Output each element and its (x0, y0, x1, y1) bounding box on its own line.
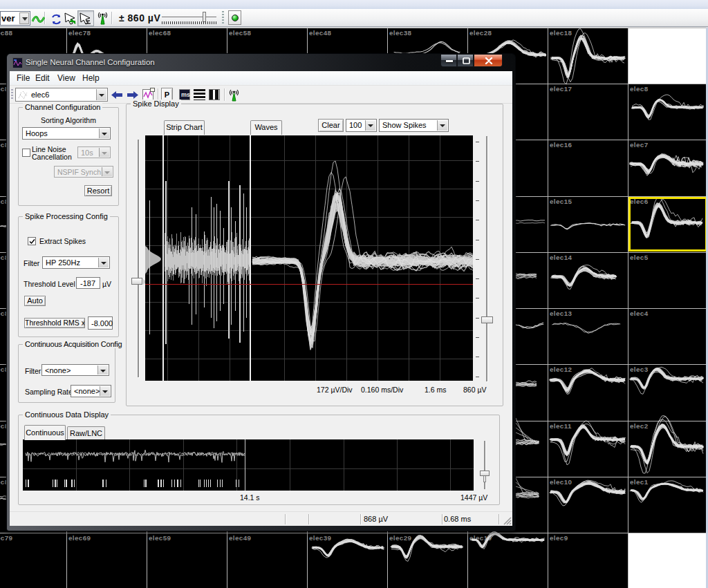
svg-text:elec9: elec9 (550, 534, 568, 542)
svg-text:elec1: elec1 (630, 478, 649, 486)
svg-text:elec49: elec49 (229, 534, 252, 542)
svg-text:elec58: elec58 (229, 29, 252, 37)
svg-text:elec78: elec78 (68, 29, 91, 37)
svg-text:elec10: elec10 (550, 478, 572, 486)
svg-text:elec48: elec48 (309, 29, 332, 37)
svg-text:elec59: elec59 (149, 534, 171, 542)
svg-text:elec14: elec14 (550, 254, 572, 261)
svg-text:elec18: elec18 (550, 29, 572, 37)
svg-text:elec11: elec11 (550, 422, 572, 430)
svg-text:elec79: elec79 (0, 534, 13, 542)
svg-text:elec29: elec29 (389, 534, 412, 542)
svg-text:elec88: elec88 (0, 29, 13, 37)
svg-text:elec17: elec17 (550, 85, 572, 93)
svg-text:elec12: elec12 (550, 366, 572, 373)
svg-text:elec2: elec2 (630, 422, 649, 430)
svg-text:elec15: elec15 (550, 198, 572, 205)
svg-text:elec3: elec3 (630, 366, 649, 373)
svg-text:elec69: elec69 (68, 534, 91, 542)
svg-text:elec4: elec4 (630, 310, 649, 317)
svg-text:elec68: elec68 (149, 29, 171, 37)
svg-text:elec5: elec5 (630, 254, 649, 261)
svg-text:elec38: elec38 (389, 29, 412, 37)
svg-text:elec8: elec8 (630, 85, 649, 93)
svg-text:elec16: elec16 (550, 141, 572, 149)
svg-text:elec7: elec7 (630, 141, 649, 149)
svg-text:elec13: elec13 (550, 310, 572, 317)
svg-text:elec28: elec28 (469, 29, 492, 37)
svg-text:elec39: elec39 (309, 534, 332, 542)
